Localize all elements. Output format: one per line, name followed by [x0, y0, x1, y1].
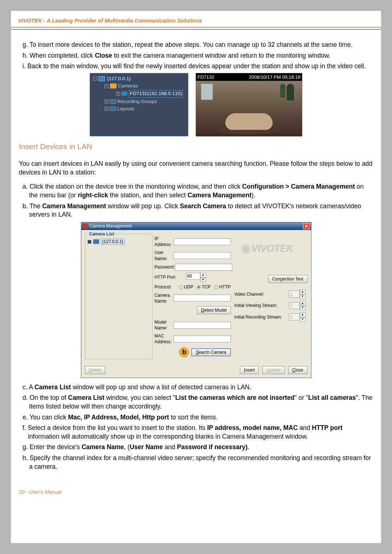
tree-camera-item: + FD7132(192.168.5.110) [91, 90, 187, 97]
video-model-label: FD7132 [197, 74, 214, 81]
camera-management-figure: Camera Management × Camera List + (127.0… [19, 222, 373, 378]
video-channel-input [289, 291, 300, 297]
tree-root: − (127.0.0.1) [91, 75, 187, 82]
search-camera-button[interactable]: Search Camera [191, 348, 230, 356]
spin-down-icon: ▼ [300, 294, 306, 299]
insert-button[interactable]: Insert [240, 366, 259, 374]
detect-model-button[interactable]: Detect Model [197, 306, 231, 314]
dialog-title: Camera Management [90, 223, 132, 229]
model-label: Model Name: [155, 319, 173, 331]
spin-down-icon: ▼ [300, 317, 306, 322]
step-h-after: h. Specify the channel index for a multi… [19, 454, 373, 471]
camera-list-station[interactable]: + (127.0.0.1) [87, 238, 150, 245]
cameras-label: Cameras [118, 83, 138, 89]
radio-http[interactable]: HTTP [214, 284, 230, 290]
initial-recording-stream-input [289, 313, 300, 320]
ivs-label: Initial Viewing Stream: [234, 303, 289, 308]
callout-circle-b: b [179, 347, 189, 357]
eye-icon: ◉ [241, 241, 250, 256]
collapse-icon: − [93, 77, 97, 81]
camera-name-input[interactable] [173, 295, 231, 301]
divider-grey [11, 29, 381, 30]
step-g-top: g. To insert more devices to the station… [19, 41, 373, 49]
step-d-after: d. On the top of Camera List window, you… [19, 394, 373, 411]
initial-viewing-stream-input [289, 302, 300, 309]
group-icon [110, 99, 116, 104]
dialog-bottom-buttons: Delete Insert Update Close [81, 363, 311, 378]
lan-step-b: b. The Camera Management window will pop… [19, 202, 373, 219]
pass-label: Password: [155, 264, 175, 270]
protocol-radio-group: UDP TCP HTTP [179, 284, 231, 290]
lan-step-a: a. Click the station on the device tree … [19, 182, 373, 200]
recording-groups-label: Recording Groups [117, 98, 157, 105]
http-port-input[interactable] [186, 273, 200, 280]
station-ip-label: (127.0.0.1) [106, 75, 131, 82]
delete-button[interactable]: Delete [85, 366, 106, 374]
protocol-label: Protocol: [155, 284, 179, 290]
camera-icon [122, 91, 127, 96]
device-tree-screenshot: − (127.0.0.1) − Cameras + FD7132(192.168… [90, 73, 188, 136]
page-header: VIVOTEK - A Leading Provider of Multimed… [11, 11, 381, 27]
tree-recording-groups: + Recording Groups [91, 98, 187, 105]
expand-icon: + [105, 99, 109, 103]
connection-test-button[interactable]: Connection Test [268, 275, 307, 283]
header-text: VIVOTEK - A Leading Provider of Multimed… [18, 17, 202, 24]
step-c-after: c. A Camera List window will pop up and … [19, 383, 373, 392]
video-frame [196, 81, 302, 136]
update-button[interactable]: Update [262, 366, 285, 374]
layout-icon [110, 107, 116, 111]
expand-icon: + [105, 107, 109, 111]
user-label: User Name: [155, 250, 173, 261]
radio-tcp[interactable]: TCP [197, 284, 211, 290]
spin-down-icon[interactable]: ▼ [200, 278, 206, 282]
divider-orange [11, 27, 381, 28]
body-text: g. To insert more devices to the station… [11, 41, 381, 471]
ip-address-input[interactable] [173, 238, 231, 245]
page-footer: 20 - User's Manual [11, 488, 381, 500]
close-button[interactable]: Close [288, 366, 307, 374]
station-icon [93, 239, 99, 244]
figure-row-1: − (127.0.0.1) − Cameras + FD7132(192.168… [19, 73, 373, 136]
step-i-top: i. Back to the main window, you will fin… [19, 62, 373, 71]
radio-udp[interactable]: UDP [179, 284, 193, 290]
tree-layouts: + Layouts [91, 106, 187, 112]
spin-up-icon[interactable]: ▲ [200, 273, 206, 278]
password-input[interactable] [175, 264, 232, 271]
close-icon[interactable]: × [303, 223, 310, 229]
step-h-top: h. When completed, click Close to exit t… [19, 52, 373, 60]
camname-label: Camera Name: [155, 292, 173, 304]
station-icon [98, 76, 105, 81]
tree-cameras: − Cameras [91, 83, 187, 89]
form-left-column: IP Address: User Name: Password: HTTP Po… [155, 234, 231, 360]
camera-management-dialog: Camera Management × Camera List + (127.0… [81, 222, 311, 378]
spin-up-icon: ▲ [300, 301, 306, 306]
vchannel-label: Video Channel: [234, 291, 289, 297]
http-port-spinner[interactable]: ▲▼ [186, 273, 206, 282]
httpport-label: HTTP Port: [155, 274, 186, 280]
content-area: VIVOTEK - A Leading Provider of Multimed… [11, 11, 381, 543]
expand-icon[interactable]: + [87, 240, 91, 244]
model-name-input[interactable] [173, 322, 231, 329]
station-ip-label: (127.0.0.1) [101, 238, 125, 245]
expand-icon: + [116, 92, 120, 96]
user-name-input[interactable] [173, 252, 231, 259]
selected-camera: FD7132(192.168.5.110) [129, 90, 183, 97]
spin-down-icon: ▼ [300, 305, 306, 310]
step-e-after: e. You can click Mac, IP Address, Model,… [19, 413, 373, 422]
vivotek-logo: ◉ VIVOTEK [234, 234, 300, 263]
footer-page-label: 20 - User's Manual [19, 489, 61, 495]
video-overlay-bar: FD7132 2008/10/17 PM 05:18:16 [196, 73, 302, 81]
mac-address-input[interactable] [173, 336, 231, 342]
spin-up-icon: ▲ [300, 312, 306, 317]
step-f-after: f. Select a device from the list you wan… [19, 424, 373, 441]
collapse-icon: − [105, 84, 109, 88]
document-page: VIVOTEK - A Leading Provider of Multimed… [0, 11, 392, 554]
dialog-titlebar[interactable]: Camera Management × [81, 222, 311, 230]
layouts-label: Layouts [117, 106, 134, 112]
step-g-after: g. Enter the device's Camera Name, (User… [19, 443, 373, 452]
camera-list-panel: Camera List + (127.0.0.1) [85, 234, 152, 360]
app-icon [82, 223, 88, 229]
section-heading: Insert Devices in LAN [19, 141, 373, 152]
mac-label: MAC Address: [155, 333, 173, 345]
camera-list-legend: Camera List [88, 231, 115, 237]
